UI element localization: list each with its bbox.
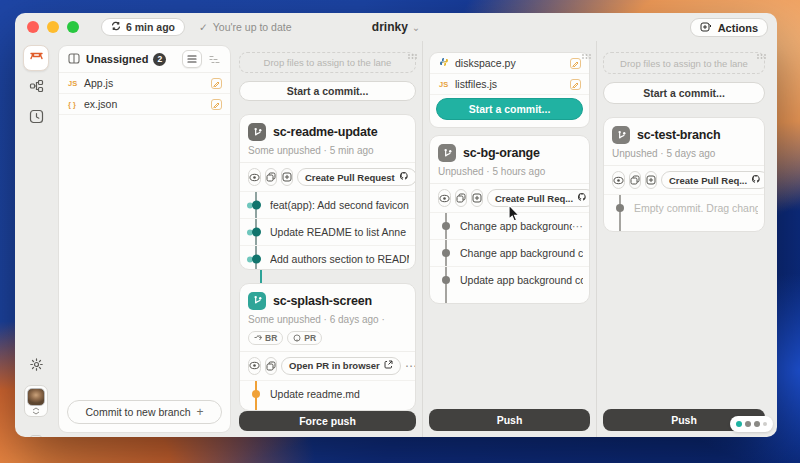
copy-branch-button[interactable] (265, 168, 277, 186)
drag-handle-icon[interactable] (582, 45, 591, 50)
rail-workspace-button[interactable] (23, 45, 49, 71)
branch-header[interactable]: sc-readme-update Some unpushed · 5 min a… (240, 115, 415, 162)
file-name: listfiles.js (455, 78, 497, 90)
list-view-toggle[interactable] (182, 50, 202, 68)
commit-row[interactable]: Update readme.md (240, 380, 415, 407)
board-icon (68, 50, 80, 68)
review-eye-button[interactable] (248, 357, 261, 375)
review-eye-button[interactable] (438, 189, 451, 207)
create-pr-label: Create Pull Request (305, 172, 395, 183)
rail-history-button[interactable] (23, 105, 49, 131)
commit-row[interactable]: Change app background color t... (430, 239, 589, 266)
file-row[interactable]: { } ex.json (59, 94, 230, 115)
settings-button[interactable] (23, 353, 49, 379)
commit-rail-tail (619, 221, 764, 231)
force-push-button[interactable]: Force push (239, 411, 416, 431)
page-dot[interactable] (763, 422, 767, 426)
start-commit-button[interactable]: Start a commit... (239, 81, 416, 102)
start-commit-label: Start a commit... (643, 87, 725, 99)
gear-icon (29, 357, 44, 376)
butler-icon (29, 49, 44, 68)
commit-more-button[interactable]: ⋯ (572, 220, 583, 233)
add-dependent-branch-button[interactable] (471, 189, 483, 207)
file-row[interactable]: JS App.js (59, 73, 230, 94)
desktop-wallpaper: 6 min ago ✓ You're up to date drinky ⌄ A… (0, 0, 800, 463)
page-dot[interactable] (745, 421, 751, 427)
file-row[interactable]: diskspace.py (430, 53, 589, 74)
drag-handle-icon[interactable] (757, 45, 766, 50)
actions-label: Actions (718, 22, 758, 34)
branch-actions: Create Pull Request ⋯ (240, 162, 415, 191)
lane-sc-bg-orange: diskspace.py JS listfiles.js Start a c (422, 41, 596, 437)
create-pr-button[interactable]: Create Pull Req... (487, 189, 590, 207)
create-pr-button[interactable]: Create Pull Req... (661, 171, 765, 189)
branch-card-sc-splash-screen: sc-splash-screen Some unpushed · 6 days … (239, 283, 416, 411)
open-pr-button[interactable]: Open PR in browser (281, 357, 401, 375)
branch-meta: Unpushed · 5 days ago (612, 148, 756, 159)
copy-branch-button[interactable] (455, 189, 467, 207)
chevron-up-down-icon (32, 407, 40, 415)
extra-tool-button[interactable] (23, 429, 49, 437)
project-selector[interactable]: drinky ⌄ (372, 20, 420, 34)
minimize-window-button[interactable] (47, 21, 59, 33)
tree-view-toggle[interactable] (204, 50, 224, 68)
branch-card-sc-readme-update: sc-readme-update Some unpushed · 5 min a… (239, 114, 416, 270)
unassigned-panel: Unassigned 2 JS App.js (58, 45, 231, 433)
file-name: App.js (84, 77, 113, 89)
lanes-container: Drop files to assign to the lane Start a… (233, 41, 777, 437)
close-window-button[interactable] (27, 21, 39, 33)
commit-row[interactable]: Add authors section to README file (240, 245, 415, 270)
drop-zone-label: Drop files to assign to the lane (620, 58, 748, 69)
lane-sc-test-branch: Drop files to assign to the lane Start a… (596, 41, 771, 437)
add-dependent-branch-button[interactable] (645, 171, 657, 189)
commit-to-new-branch-button[interactable]: Commit to new branch + (67, 400, 222, 424)
page-dot-active[interactable] (736, 421, 742, 427)
account-switcher[interactable] (24, 385, 48, 417)
commit-list: feat(app): Add second favicon to ... Upd… (240, 191, 415, 270)
empty-commit-row[interactable]: Empty commit. Drag changes h... (604, 194, 764, 221)
zoom-window-button[interactable] (67, 21, 79, 33)
commit-row[interactable]: feat(app): Add second favicon to ... (240, 191, 415, 218)
start-commit-label: Start a commit... (287, 85, 369, 97)
more-menu-button[interactable]: ⋯ (405, 359, 416, 373)
branch-card-sc-bg-orange: sc-bg-orange Unpushed · 5 hours ago (429, 135, 590, 304)
push-button[interactable]: Push (429, 409, 590, 431)
review-eye-button[interactable] (248, 168, 261, 186)
file-row[interactable]: JS listfiles.js (430, 74, 589, 95)
start-commit-button[interactable]: Start a commit... (436, 98, 583, 120)
branch-header[interactable]: sc-splash-screen Some unpushed · 6 days … (240, 284, 415, 351)
commit-row[interactable]: Update README to list Anne as pr... (240, 218, 415, 245)
page-dot[interactable] (754, 421, 760, 427)
branch-header[interactable]: sc-test-branch Unpushed · 5 days ago (604, 118, 764, 165)
commit-marker-local (252, 390, 260, 398)
branch-meta: Some unpushed · 6 days ago · (248, 314, 407, 325)
create-pr-button[interactable]: Create Pull Request (297, 168, 416, 186)
branch-name: sc-bg-orange (463, 146, 540, 160)
sync-button[interactable]: 6 min ago (101, 18, 185, 36)
github-icon (399, 171, 409, 183)
branch-meta: Some unpushed · 5 min ago (248, 145, 407, 156)
branch-header[interactable]: sc-bg-orange Unpushed · 5 hours ago (430, 136, 589, 183)
copy-branch-button[interactable] (629, 171, 641, 189)
commit-list: Empty commit. Drag changes h... (604, 194, 764, 231)
chevron-down-icon: ⌄ (412, 22, 420, 33)
start-commit-button[interactable]: Start a commit... (603, 82, 765, 104)
copy-branch-button[interactable] (265, 357, 277, 375)
branch-icon (248, 123, 266, 141)
lane-pagination[interactable] (730, 416, 773, 432)
drag-handle-icon[interactable] (408, 45, 417, 50)
drop-zone[interactable]: Drop files to assign to the lane (239, 52, 416, 73)
commit-row[interactable]: Update app background color t... (430, 266, 589, 293)
drop-zone[interactable]: Drop files to assign to the lane (603, 52, 765, 74)
push-label: Push (497, 414, 523, 426)
branch-actions: Open PR in browser ⋯ (240, 351, 415, 380)
actions-button[interactable]: Actions (690, 18, 768, 37)
sync-time-label: 6 min ago (126, 21, 175, 33)
branch-icon (438, 144, 456, 162)
review-eye-button[interactable] (612, 171, 625, 189)
commit-row[interactable]: Change app background c... ⋯ (430, 212, 589, 239)
add-dependent-branch-button[interactable] (281, 168, 293, 186)
force-push-label: Force push (299, 415, 356, 427)
rail-branches-button[interactable] (23, 75, 49, 101)
external-link-icon (384, 360, 393, 371)
